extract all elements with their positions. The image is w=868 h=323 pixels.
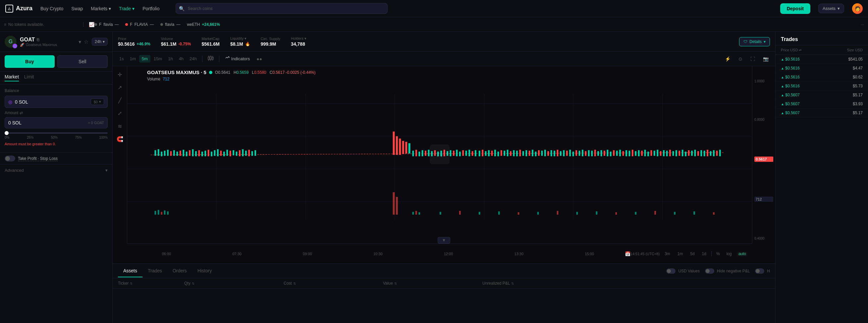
svg-rect-127 [619,150,621,156]
tf-1s[interactable]: 1s [117,55,127,63]
tab-history[interactable]: History [192,265,217,277]
auto-button[interactable]: auto [737,251,748,257]
buy-sell-row: Buy Sell [0,52,112,71]
account-name: FLAVIA [134,22,148,27]
timerange-3m[interactable]: 3m [662,251,673,257]
tf-4h[interactable]: 4h [176,55,186,63]
crosshair-tool[interactable]: ✛ [116,70,123,79]
tf-24h[interactable]: 24h [187,55,199,63]
calendar-icon[interactable]: 📅 [625,251,630,256]
svg-rect-3 [210,56,211,60]
timerange-5d[interactable]: 5d [688,251,697,257]
chart-type-icon[interactable] [205,54,216,64]
nav-swap[interactable]: Swap [71,5,83,12]
copy-icon[interactable]: ⎘ [37,37,39,42]
take-profit-toggle[interactable] [5,155,15,162]
svg-rect-64 [422,150,424,156]
tf-1m[interactable]: 1m [127,55,138,63]
app-logo[interactable]: △ Azura [5,5,32,12]
stats-bar: Price $0.5616 +46.9% Volume $61.1M -0.75… [113,32,775,51]
dropdown-icon[interactable]: ▾ [79,39,81,45]
current-vol-label: 712 [754,196,773,202]
main-area: G ◎ GOAT ⎘ 🚀 Goatseus Maximus ▾ ☆ 24h ▾ [0,32,868,323]
amount-slider[interactable]: 0% 25% 50% 75% 100% [5,131,108,142]
tf-5m[interactable]: 5m [139,55,150,63]
col-pnl-header[interactable]: Unrealized P&L ⇅ [483,281,770,286]
chart-icon[interactable]: 📈 [89,22,94,27]
dots-icon[interactable]: ●● [254,55,265,63]
ohlc-close: C0.5617 -0.0025 (-0.44%) [270,70,316,75]
market-order-tab[interactable]: Market [5,74,19,81]
star-icon[interactable]: ☆ [84,39,89,45]
svg-rect-114 [579,151,581,156]
tab-trades[interactable]: Trades [143,265,167,277]
trend-line-tool[interactable]: ╱ [117,96,123,105]
lightning-icon[interactable]: ⚡ [722,55,733,63]
svg-rect-152 [698,151,699,156]
col-ticker-header[interactable]: Ticker ⇅ [118,281,184,286]
col-cost-header[interactable]: Cost ⇅ [284,281,383,286]
indicators-button[interactable]: Indicators [222,55,253,63]
toolbar-divider [202,56,203,62]
account-indicator: — [115,22,119,27]
amount-value: 0 SOL [8,120,88,125]
svg-rect-38 [205,151,206,156]
chevron-down-icon: ▾ [103,39,105,44]
details-button[interactable]: 🛡 Details ▾ [739,37,770,46]
avatar[interactable]: 🧑 [852,3,863,14]
tf-15m[interactable]: 15m [151,55,165,63]
screenshot-icon[interactable]: 📷 [760,55,771,63]
timerange-1m[interactable]: 1m [675,251,685,257]
col-value-header[interactable]: Value ⇅ [383,281,483,286]
table-row: ▲ $0.5616 $0.62 [776,73,868,82]
tab-orders[interactable]: Orders [167,265,192,277]
measure-tool[interactable]: ⤢ [116,109,123,118]
advanced-row[interactable]: Advanced ▾ [0,164,112,176]
ohlc-open: O0.5641 [215,70,230,75]
arrow-tool[interactable]: ↗ [116,83,123,92]
sell-button[interactable]: Sell [57,55,108,68]
slider-thumb[interactable] [5,131,9,135]
nav-buy-crypto[interactable]: Buy Crypto [40,5,63,12]
timeframe-selector[interactable]: 24h ▾ [92,38,108,46]
search-input[interactable] [176,3,388,14]
ticker-account-3: flavia — [160,22,180,27]
take-profit-label[interactable]: Take Profit · Stop Loss [18,156,58,161]
nav-portfolio[interactable]: Portfolio [143,5,159,12]
fibonacci-tool[interactable]: ≋ [116,122,123,131]
chart-canvas[interactable]: TV GOATSEUS MAXIMUS · 5 O0.5641 H0.5659 … [127,66,752,244]
chevron-down-icon: ▾ [305,36,306,40]
tf-1h[interactable]: 1h [165,55,175,63]
usd-values-toggle[interactable] [666,268,676,274]
range-divider [711,251,712,256]
svg-rect-50 [242,149,244,156]
amount-input-row[interactable]: 0 SOL ≈ 0 GOAT [5,117,108,129]
log-button[interactable]: log [724,251,734,257]
nav-markets[interactable]: Markets ▾ [91,5,111,12]
svg-rect-60 [408,143,410,153]
no-tokens-text: No tokens available. [8,22,44,27]
swap-icon[interactable]: ⇄ [20,111,23,115]
magnet-tool[interactable]: 🧲 [115,135,125,144]
assets-button[interactable]: Assets ▾ [818,4,844,13]
bottom-tab-right: USD Values Hide negative P&L H [666,268,770,274]
more-button[interactable]: ··· [861,22,864,27]
limit-order-tab[interactable]: Limit [24,74,34,81]
sort-icon: ⇅ [511,282,514,285]
timerange-1d[interactable]: 1d [700,251,709,257]
account-dot [94,23,97,26]
camera-settings-icon[interactable]: ⊙ [736,55,745,63]
tab-assets[interactable]: Assets [118,265,143,277]
usd-badge[interactable]: $0 ▾ [91,99,104,105]
hide-negative-toggle[interactable] [705,268,714,274]
deposit-button[interactable]: Deposit [780,3,810,14]
extra-toggle[interactable] [755,268,764,274]
buy-button[interactable]: Buy [5,55,55,68]
price-level-1: 1.0000 [754,79,773,83]
collapse-button[interactable]: ▼ [438,237,450,244]
fullscreen-icon[interactable]: ⛶ [748,55,758,63]
svg-rect-137 [651,150,652,156]
nav-trade[interactable]: Trade ▾ [119,5,134,12]
percent-button[interactable]: % [714,251,722,257]
col-qty-header[interactable]: Qty ⇅ [184,281,284,286]
